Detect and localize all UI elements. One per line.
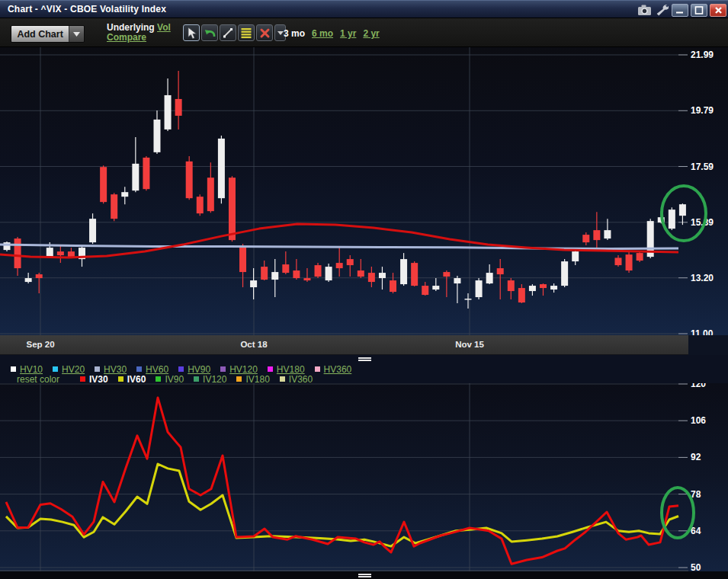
y-axis-label: 120 (691, 383, 706, 389)
y-axis-label: 106 (691, 415, 706, 426)
color-swatch-icon (156, 376, 161, 382)
color-swatch-icon (80, 376, 85, 382)
x-axis-date-bar: Sep 20Oct 18Nov 15 (0, 335, 728, 355)
candle-body (315, 265, 322, 277)
levels-tool-button[interactable] (238, 24, 255, 41)
candle-body (143, 158, 149, 189)
color-swatch-icon (118, 376, 123, 382)
candle-body (476, 280, 483, 297)
color-swatch-icon (136, 366, 142, 372)
candle-body (175, 99, 182, 116)
y-axis-label: 21.99 (691, 50, 714, 60)
x-axis-date-label: Nov 15 (455, 340, 484, 349)
candle-body (347, 259, 354, 265)
legend-link-hv30[interactable]: HV30 (104, 364, 127, 375)
legend-link-hv360[interactable]: HV360 (324, 364, 352, 375)
candle-body (379, 273, 386, 278)
candle-body (100, 167, 107, 202)
range-3mo[interactable]: 3 mo (284, 28, 305, 39)
range-2yr[interactable]: 2 yr (363, 28, 379, 39)
legend-link-hv180[interactable]: HV180 (277, 364, 305, 375)
candle-body (454, 278, 460, 283)
snapshot-camera-icon[interactable] (637, 3, 652, 17)
vol-compare-link[interactable]: Vol (157, 22, 171, 33)
volatility-legend: HV10HV20HV30HV60HV90HV120HV180HV360 rese… (0, 363, 728, 383)
candle-body (400, 259, 407, 284)
legend-item-hv180[interactable]: HV180 (268, 364, 305, 375)
undo-tool-button[interactable] (201, 24, 218, 41)
candle-body (508, 280, 515, 291)
legend-link-hv60[interactable]: HV60 (146, 364, 168, 375)
color-swatch-icon (178, 366, 184, 372)
iv-line-iv60 (6, 464, 678, 546)
candle-body (47, 248, 53, 257)
legend-link-hv20[interactable]: HV20 (62, 364, 85, 375)
candle-body (637, 253, 643, 261)
candle-body (669, 210, 675, 229)
candle-body (465, 299, 472, 300)
legend-item-hv90[interactable]: HV90 (178, 364, 210, 375)
candle-body (679, 204, 686, 216)
candle-body (153, 120, 160, 152)
y-axis-label: 11.00 (691, 328, 714, 335)
add-chart-button[interactable]: Add Chart (11, 25, 85, 43)
legend-link-hv120[interactable]: HV120 (229, 364, 258, 375)
window-title: Chart - ^VIX - CBOE Volatility Index (0, 4, 166, 14)
bottom-resize-bar[interactable] (0, 571, 728, 579)
candle-body (207, 178, 214, 211)
color-swatch-icon (280, 376, 285, 382)
delete-drawing-button[interactable] (256, 24, 273, 41)
range-1yr[interactable]: 1 yr (340, 28, 356, 39)
legend-item-hv60[interactable]: HV60 (136, 364, 168, 375)
legend-item-hv120[interactable]: HV120 (220, 364, 258, 375)
add-chart-dropdown-arrow-icon[interactable] (69, 26, 84, 42)
legend-link-hv10[interactable]: HV10 (20, 364, 43, 375)
legend-link-hv90[interactable]: HV90 (188, 364, 210, 375)
legend-item-hv20[interactable]: HV20 (53, 364, 85, 375)
candle-body (4, 242, 11, 250)
candle-body (282, 264, 289, 273)
minimize-button[interactable] (672, 4, 688, 17)
splitter-grip-icon[interactable] (358, 357, 371, 361)
candle-body (68, 251, 75, 257)
candle-body (293, 270, 300, 278)
add-chart-label: Add Chart (11, 26, 69, 42)
color-swatch-icon (95, 366, 100, 372)
candle-body (326, 267, 332, 280)
color-swatch-icon (194, 376, 199, 382)
candle-body (390, 280, 396, 292)
candle-body (443, 272, 450, 277)
candle-body (239, 246, 246, 272)
chart-window: Chart - ^VIX - CBOE Volatility Index (0, 0, 728, 579)
cursor-tool-button[interactable] (183, 24, 200, 41)
candle-body (303, 278, 310, 280)
date-labels: Sep 20Oct 18Nov 15 (0, 335, 688, 355)
bottom-grip-icon[interactable] (358, 574, 371, 577)
y-axis-label: 50 (691, 562, 701, 571)
candle-body (197, 197, 204, 213)
candle-body (518, 288, 525, 302)
candle-body (497, 268, 504, 274)
legend-item-hv360[interactable]: HV360 (315, 364, 352, 375)
candle-body (14, 238, 21, 268)
iv-line-chart: 12010692786450 (0, 383, 728, 571)
close-button[interactable] (710, 4, 726, 17)
maximize-button[interactable] (691, 4, 707, 17)
panel-splitter[interactable] (0, 355, 728, 363)
legend-item-hv30[interactable]: HV30 (95, 364, 127, 375)
candle-body (422, 286, 428, 295)
price-chart-panel[interactable]: 21.9919.7917.5915.3913.2011.00 (0, 47, 728, 335)
candle-body (582, 235, 589, 242)
iv-study-panel[interactable]: 12010692786450 (0, 383, 728, 571)
range-6mo[interactable]: 6 mo (312, 28, 333, 39)
legend-item-hv10[interactable]: HV10 (11, 364, 43, 375)
vol-compare-link-line2[interactable]: Compare (107, 32, 146, 43)
trendline-tool-button[interactable] (220, 24, 236, 41)
title-bar[interactable]: Chart - ^VIX - CBOE Volatility Index (0, 0, 728, 18)
candle-body (132, 164, 139, 190)
time-range-selector: 3 mo 6 mo 1 yr 2 yr (284, 28, 380, 39)
settings-wrench-icon[interactable] (654, 3, 669, 17)
candle-body (261, 267, 268, 280)
underlying-label: Underlying (107, 22, 155, 33)
candlestick-series (4, 71, 686, 309)
